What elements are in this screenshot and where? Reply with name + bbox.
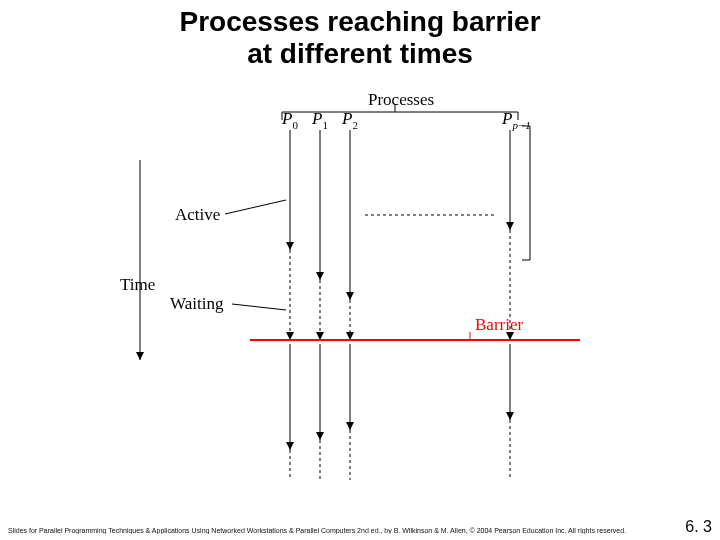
svg-marker-16 bbox=[346, 292, 354, 300]
label-time: Time bbox=[120, 275, 155, 295]
svg-marker-13 bbox=[316, 432, 324, 440]
svg-marker-23 bbox=[506, 222, 514, 230]
svg-line-39 bbox=[225, 200, 286, 214]
label-waiting: Waiting bbox=[170, 294, 223, 314]
label-processes: Processes bbox=[368, 90, 434, 110]
svg-marker-11 bbox=[316, 332, 324, 340]
svg-marker-6 bbox=[286, 442, 294, 450]
svg-marker-9 bbox=[316, 272, 324, 280]
svg-marker-20 bbox=[346, 422, 354, 430]
page-number: 6. 3 bbox=[685, 518, 712, 536]
diagram-svg: P0P1P2Pp−1 bbox=[0, 0, 720, 540]
svg-marker-4 bbox=[286, 332, 294, 340]
svg-marker-18 bbox=[346, 332, 354, 340]
svg-marker-38 bbox=[136, 352, 144, 360]
svg-line-40 bbox=[232, 304, 286, 310]
svg-marker-27 bbox=[506, 412, 514, 420]
diagram-stage: P0P1P2Pp−1 bbox=[0, 0, 720, 540]
footer-note: Slides for Parallel Programming Techniqu… bbox=[8, 527, 680, 534]
label-active: Active bbox=[175, 205, 220, 225]
svg-marker-2 bbox=[286, 242, 294, 250]
label-barrier: Barrier bbox=[475, 315, 523, 335]
